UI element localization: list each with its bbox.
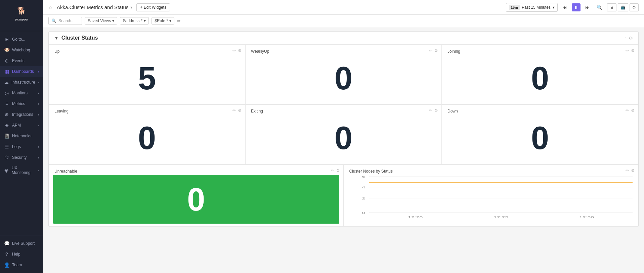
svg-text:2: 2 [362, 197, 365, 200]
dashboard-content: ▼ Cluster Status ↑ ⚙ Up ✏ ⚙ 5 [43, 27, 644, 273]
dashboards-chevron: › [38, 70, 39, 74]
events-icon: ⊙ [4, 58, 9, 63]
widget-exiting-edit-icon[interactable]: ✏ [429, 108, 432, 113]
sidebar-item-watchdog[interactable]: 🐶 Watchdog [0, 45, 43, 55]
sidebar-bottom: 💬 Live Support ? Help 👤 Team [0, 235, 43, 273]
sidebar-item-ux[interactable]: ◉ UX Monitoring › [0, 163, 43, 178]
filterbar: 🔍 Search... Saved Views ▾ $address * ▾ $… [43, 15, 644, 27]
integrations-icon: ⊕ [4, 112, 9, 117]
widget-leaving-actions: ✏ ⚙ [232, 108, 242, 113]
widget-leaving-edit-icon[interactable]: ✏ [232, 108, 236, 113]
monitors-icon: ◎ [4, 90, 9, 96]
metrics-chevron: › [38, 102, 39, 106]
sidebar-item-apm[interactable]: ◈ APM › [0, 120, 43, 131]
star-icon[interactable]: ☆ [48, 5, 53, 10]
widget-unreachable-gear-icon[interactable]: ⚙ [336, 168, 340, 173]
sidebar-item-live-support[interactable]: 💬 Live Support [0, 238, 43, 249]
widget-leaving: Leaving ✏ ⚙ 0 [49, 104, 245, 164]
search-button[interactable]: 🔍 [595, 3, 604, 11]
integrations-chevron: › [38, 113, 39, 117]
sidebar-item-goto[interactable]: ⊞ Go to... [0, 34, 43, 45]
widget-exiting-value: 0 [251, 116, 436, 160]
monitors-chevron: › [38, 91, 39, 95]
widget-unreachable-edit-icon[interactable]: ✏ [331, 168, 334, 173]
widget-down-edit-icon[interactable]: ✏ [626, 108, 629, 113]
monitor-view-button[interactable]: 🖥 [607, 3, 616, 11]
time-badge: 15m [509, 5, 520, 10]
search-box[interactable]: 🔍 Search... [48, 17, 82, 25]
sidebar-item-security[interactable]: 🛡 Security › [0, 152, 43, 163]
sidebar-item-logs[interactable]: ☰ Logs › [0, 141, 43, 152]
goto-icon: ⊞ [4, 37, 9, 42]
dashboards-icon: ▦ [4, 69, 9, 74]
section-gear-icon[interactable]: ⚙ [629, 36, 633, 41]
title-chevron-icon[interactable]: ▾ [130, 5, 132, 10]
address-filter[interactable]: $address * ▾ [120, 17, 149, 25]
sidebar-item-monitors[interactable]: ◎ Monitors › [0, 88, 43, 98]
settings-view-button[interactable]: ⚙ [630, 3, 639, 11]
collapse-icon[interactable]: ▼ [54, 35, 59, 41]
chart-svg: 6 4 2 0 12:20 12:25 12:30 [349, 176, 633, 220]
pencil-edit-button[interactable]: ✏ [177, 18, 181, 24]
widget-up-gear-icon[interactable]: ⚙ [238, 48, 242, 53]
widget-weaklyup-edit-icon[interactable]: ✏ [429, 48, 432, 53]
chart-edit-icon[interactable]: ✏ [626, 168, 629, 173]
notebooks-icon: 📓 [4, 133, 9, 139]
time-range-selector[interactable]: 15m Past 15 Minutes ▾ [506, 3, 558, 12]
sidebar-nav: ⊞ Go to... 🐶 Watchdog ⊙ Events ▦ Dashboa… [0, 31, 43, 235]
widget-joining-value: 0 [447, 56, 633, 100]
widget-weaklyup-title: WeaklyUp [251, 49, 436, 54]
live-support-icon: 💬 [4, 241, 9, 246]
apm-chevron: › [38, 124, 39, 127]
widget-leaving-gear-icon[interactable]: ⚙ [238, 108, 242, 113]
sidebar-item-dashboards[interactable]: ▦ Dashboards › [0, 66, 43, 77]
sidebar-label-team: Team [12, 263, 22, 267]
forward-button[interactable]: ⏭ [583, 3, 592, 11]
rewind-button[interactable]: ⏮ [560, 3, 569, 11]
sidebar-item-team[interactable]: 👤 Team [0, 260, 43, 270]
infrastructure-chevron: › [38, 81, 39, 84]
svg-text:12:25: 12:25 [493, 216, 508, 219]
main-content: ☆ Akka.Cluster Metrics and Status ▾ + Ed… [43, 0, 644, 273]
sidebar-label-dashboards: Dashboards [12, 69, 34, 74]
sidebar-item-integrations[interactable]: ⊕ Integrations › [0, 109, 43, 120]
chart-gear-icon[interactable]: ⚙ [631, 168, 635, 173]
sidebar-item-events[interactable]: ⊙ Events [0, 55, 43, 66]
topbar: ☆ Akka.Cluster Metrics and Status ▾ + Ed… [43, 0, 644, 15]
widget-weaklyup-value: 0 [251, 56, 436, 100]
sidebar-item-help[interactable]: ? Help [0, 249, 43, 260]
sidebar-label-goto: Go to... [12, 37, 25, 42]
share-icon[interactable]: ↑ [624, 36, 627, 41]
sidebar-item-infrastructure[interactable]: ☁ Infrastructure › [0, 77, 43, 88]
saved-views-chevron: ▾ [112, 18, 114, 23]
sidebar-item-notebooks[interactable]: 📓 Notebooks [0, 131, 43, 141]
svg-text:12:30: 12:30 [579, 216, 594, 219]
role-filter[interactable]: $Role * ▾ [152, 17, 174, 25]
widget-exiting-gear-icon[interactable]: ⚙ [434, 108, 438, 113]
widget-weaklyup: WeaklyUp ✏ ⚙ 0 [245, 45, 442, 104]
time-label: Past 15 Minutes [522, 5, 551, 10]
pause-button[interactable]: ⏸ [572, 3, 581, 11]
widget-weaklyup-actions: ✏ ⚙ [429, 48, 438, 53]
sidebar-label-security: Security [12, 155, 27, 160]
metrics-icon: ≡ [4, 101, 9, 106]
svg-text:DATADOG: DATADOG [15, 18, 28, 21]
widget-weaklyup-gear-icon[interactable]: ⚙ [434, 48, 438, 53]
widget-exiting-title: Exiting [251, 109, 436, 113]
role-filter-star: * [167, 18, 168, 23]
widget-joining-edit-icon[interactable]: ✏ [626, 48, 629, 53]
title-text: Akka.Cluster Metrics and Status [57, 4, 128, 10]
tv-view-button[interactable]: 📺 [618, 3, 628, 11]
widget-unreachable-actions: ✏ ⚙ [331, 168, 340, 173]
sidebar-label-apm: APM [12, 123, 21, 128]
widget-up-edit-icon[interactable]: ✏ [232, 48, 236, 53]
svg-text:4: 4 [362, 186, 365, 189]
edit-widgets-button[interactable]: + Edit Widgets [136, 3, 170, 11]
sidebar-label-logs: Logs [12, 144, 21, 149]
watchdog-icon: 🐶 [4, 47, 9, 53]
widget-down-gear-icon[interactable]: ⚙ [631, 108, 635, 113]
widget-joining-gear-icon[interactable]: ⚙ [631, 48, 635, 53]
saved-views-filter[interactable]: Saved Views ▾ [85, 17, 117, 25]
search-icon: 🔍 [51, 18, 56, 23]
sidebar-item-metrics[interactable]: ≡ Metrics › [0, 98, 43, 109]
